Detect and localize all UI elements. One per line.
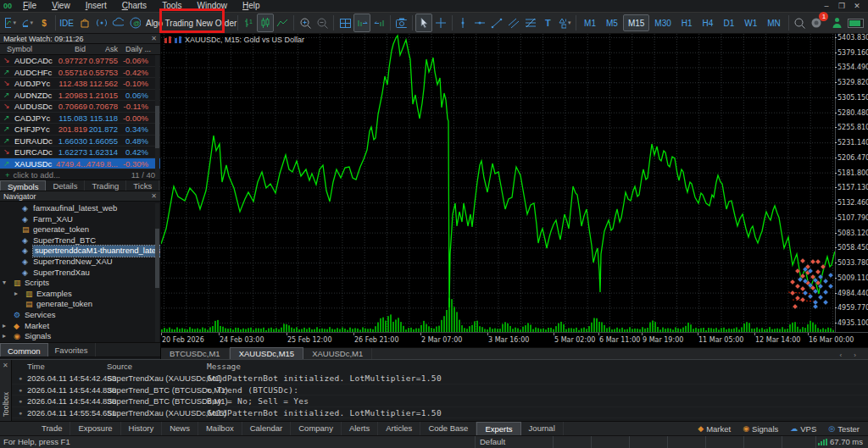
deposit-button[interactable]: $	[36, 14, 53, 32]
menu-item-charts[interactable]: Charts	[114, 0, 154, 12]
chevron-collapsed-icon[interactable]: ▸	[14, 289, 18, 300]
market-watch-scrollbar[interactable]	[155, 55, 159, 180]
timeframe-m30[interactable]: M30	[649, 14, 676, 31]
channel-tool-button[interactable]	[505, 14, 522, 32]
toolbox-tab-articles[interactable]: Articles	[378, 422, 420, 435]
log-row[interactable]: ●2026.04.11 14:54:44.838SuperTrend_BTC (…	[12, 384, 868, 396]
zoom-out-button[interactable]	[314, 14, 331, 32]
signals-button[interactable]	[92, 14, 109, 32]
toolbox-close-icon[interactable]: ✕	[3, 362, 8, 369]
navigator-scrollbar[interactable]	[155, 203, 159, 342]
toolbox-tab-news[interactable]: News	[162, 422, 198, 435]
close-button[interactable]: ✕	[851, 1, 863, 12]
navigator-item[interactable]: ▤generate_token	[0, 299, 160, 310]
tab-ticks[interactable]: Ticks	[126, 180, 159, 191]
market-watch-row[interactable]: ↗AUDCHFc0.557160.55753-0.42%	[0, 67, 160, 79]
column-daily[interactable]: Daily ...	[125, 45, 151, 53]
link-tester[interactable]: ◎Tester	[828, 424, 860, 434]
tab-symbols[interactable]: Symbols	[0, 180, 46, 191]
shapes-tool-button[interactable]: ▾	[556, 14, 573, 32]
community-button[interactable]: @	[126, 14, 143, 32]
market-watch-row[interactable]: ↘AUDJPYc112.438112.562-0.10%	[0, 78, 160, 90]
navigator-item[interactable]: ▤generate_token	[0, 224, 160, 235]
chart-shift-button[interactable]	[370, 14, 387, 32]
navigator-item[interactable]: ⚙Services	[0, 310, 160, 321]
market-watch-add-row[interactable]: + click to add... 11 / 40	[0, 169, 160, 180]
menu-item-tools[interactable]: Tools	[154, 0, 189, 12]
toolbox-tab-exposure[interactable]: Exposure	[70, 422, 120, 435]
tab-favorites[interactable]: Favorites	[48, 343, 96, 357]
toolbox-tab-alerts[interactable]: Alerts	[342, 422, 378, 435]
trendline-tool-button[interactable]	[488, 14, 505, 32]
ide-button[interactable]: IDE	[58, 14, 75, 32]
column-source[interactable]: Source	[107, 362, 132, 371]
cursor-tool-button[interactable]	[415, 14, 432, 32]
market-watch-row[interactable]: ↘AUDCADc0.977270.97755-0.06%	[0, 55, 160, 67]
timeframe-h4[interactable]: H4	[698, 14, 719, 31]
line-chart-mode-button[interactable]	[274, 14, 291, 32]
log-row[interactable]: ●2026.04.11 14:54:42.453SuperTrendXau (X…	[12, 373, 868, 384]
fibonacci-tool-button[interactable]	[522, 14, 539, 32]
column-bid[interactable]: Bid	[75, 45, 86, 53]
toolbox-tab-company[interactable]: Company	[291, 422, 342, 435]
navigator-item[interactable]: ◈SuperTrendNew_XAU	[0, 257, 160, 268]
time-axis[interactable]: 20 Feb 202624 Feb 03:0025 Feb 12:0026 Fe…	[161, 332, 868, 347]
navigator-item[interactable]: ▸◆Market	[0, 321, 160, 332]
crosshair-tool-button[interactable]	[432, 14, 449, 32]
profiles-button[interactable]: ▾	[19, 14, 36, 32]
chart-canvas[interactable]	[161, 34, 835, 332]
market-watch-row[interactable]: ↗XAUUSDc4749.4...4749.8...-0.30%	[0, 158, 160, 170]
market-watch-row[interactable]: ↗CADJPYc115.083115.118-0.00%	[0, 113, 160, 124]
column-ask[interactable]: Ask	[105, 45, 118, 53]
market-watch-row[interactable]: ↘AUDUSDc0.706690.70678-0.11%	[0, 101, 160, 113]
timeframe-h1[interactable]: H1	[676, 14, 698, 31]
tile-windows-button[interactable]	[337, 14, 353, 32]
navigator-item[interactable]: ◈SuperTrendXau	[0, 268, 160, 279]
navigator-item[interactable]: ◈famxaufinal_latest_web	[0, 203, 160, 214]
tab-trading[interactable]: Trading	[85, 180, 126, 191]
link-vps[interactable]: ☁VPS	[790, 424, 816, 434]
community-status-icon[interactable]	[828, 14, 845, 32]
menu-item-view[interactable]: View	[44, 0, 78, 12]
auto-scroll-button[interactable]	[353, 14, 370, 32]
market-watch-row[interactable]: ↗CHFJPYc201.819201.8720.34%	[0, 124, 160, 136]
navigator-item[interactable]: ▸▥Examples	[0, 289, 160, 300]
chevron-collapsed-icon[interactable]: ▸	[3, 321, 6, 332]
menu-item-help[interactable]: Help	[235, 0, 268, 12]
menu-item-file[interactable]: File	[15, 0, 44, 12]
market-button[interactable]	[75, 14, 92, 32]
menu-item-window[interactable]: Window	[189, 0, 235, 12]
search-icon[interactable]	[791, 14, 808, 32]
chart-tab-xauusdc-m1[interactable]: XAUUSDc,M1	[303, 348, 372, 359]
vertical-line-tool-button[interactable]	[454, 14, 471, 32]
restore-button[interactable]: ❐	[836, 1, 848, 12]
toolbox-tab-history[interactable]: History	[121, 422, 163, 435]
timeframe-m5[interactable]: M5	[601, 14, 623, 31]
toolbox-tab-experts[interactable]: Experts	[476, 422, 520, 436]
zoom-in-button[interactable]	[297, 14, 314, 32]
timeframe-mn[interactable]: MN	[762, 14, 786, 31]
notifications-icon[interactable]: 1	[808, 14, 825, 32]
tab-details[interactable]: Details	[46, 180, 85, 191]
chart-tab-btcusdc-m1[interactable]: BTCUSDc,M1	[161, 348, 230, 359]
market-watch-close-icon[interactable]: ✕	[151, 35, 157, 42]
profile-name[interactable]: Default	[480, 437, 505, 446]
navigator-item[interactable]: ▾▥Scripts	[0, 278, 160, 289]
tab-scroll-buttons[interactable]: ‹ ›	[839, 351, 868, 359]
text-tool-button[interactable]: T	[539, 14, 556, 32]
timeframe-m15[interactable]: M15	[623, 14, 649, 31]
toolbox-tab-mailbox[interactable]: Mailbox	[198, 422, 242, 435]
toolbox-tab-calendar[interactable]: Calendar	[242, 422, 292, 435]
minimize-button[interactable]: –	[821, 1, 832, 12]
candlestick-mode-button[interactable]	[257, 14, 274, 32]
toolbox-tab-trade[interactable]: Trade	[34, 422, 70, 435]
timeframe-m1[interactable]: M1	[579, 14, 601, 31]
price-axis[interactable]: 5403.8305379.1605354.4905329.8205305.150…	[835, 34, 868, 332]
link-market[interactable]: ◆Market	[698, 424, 731, 434]
toolbox-tab-code-base[interactable]: Code Base	[420, 422, 476, 435]
column-message[interactable]: Message	[207, 362, 241, 371]
menu-item-insert[interactable]: Insert	[78, 0, 114, 12]
market-watch-row[interactable]: ↗EURAUDc1.660301.660550.48%	[0, 136, 160, 147]
column-symbol[interactable]: Symbol	[7, 45, 32, 53]
market-watch-row[interactable]: ↗AUDNZDc1.209831.210150.06%	[0, 90, 160, 102]
